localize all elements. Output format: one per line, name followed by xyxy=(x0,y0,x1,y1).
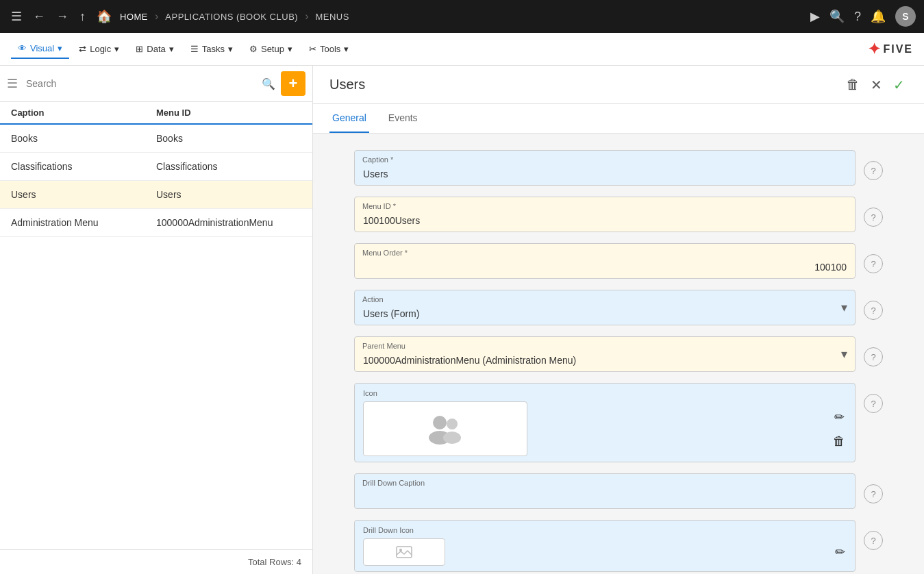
notification-icon[interactable]: 🔔 xyxy=(871,9,886,24)
action-row: Action Users (Form) ▾ ? xyxy=(354,290,883,325)
menuorder-help-icon[interactable]: ? xyxy=(864,254,883,273)
menuorder-input[interactable] xyxy=(354,243,856,279)
save-button[interactable]: ✓ xyxy=(890,74,908,96)
action-help-icon[interactable]: ? xyxy=(864,301,883,320)
tasks-dropdown-icon: ▾ xyxy=(228,44,233,54)
drilldown-icon-help-icon[interactable]: ? xyxy=(864,531,883,550)
close-button[interactable]: ✕ xyxy=(868,74,885,96)
toolbar-tasks-label: Tasks xyxy=(202,44,225,54)
detail-actions: 🗑 ✕ ✓ xyxy=(843,74,908,96)
toolbar-logic-label: Logic xyxy=(90,44,111,54)
search-magnifier-icon[interactable]: 🔍 xyxy=(262,77,275,90)
toolbar-visual[interactable]: 👁 Visual ▾ xyxy=(11,39,69,59)
caption-help-icon[interactable]: ? xyxy=(864,161,883,180)
tab-general[interactable]: General xyxy=(329,104,369,133)
avatar[interactable]: S xyxy=(895,6,916,27)
tools-icon: ✂ xyxy=(309,44,316,54)
users-icon-svg xyxy=(425,412,466,446)
breadcrumb-sep-2: › xyxy=(305,10,308,23)
breadcrumb-sep-1: › xyxy=(155,10,158,23)
help-icon[interactable]: ? xyxy=(854,10,861,24)
detail-header: Users 🗑 ✕ ✓ xyxy=(313,66,924,104)
sidebar-table: Caption Menu ID Books Books Classificati… xyxy=(0,102,312,549)
parentmenu-field: Parent Menu 100000AdministrationMenu (Ad… xyxy=(354,336,856,372)
toolbar-tools[interactable]: ✂ Tools ▾ xyxy=(302,40,355,58)
detail-tabs: General Events xyxy=(313,104,924,134)
drilldown-icon-row: Drill Down Icon ✏ xyxy=(354,520,883,572)
back-icon[interactable]: ← xyxy=(30,7,48,27)
table-row[interactable]: Administration Menu 100000Administration… xyxy=(0,209,312,237)
icon-edit-button[interactable]: ✏ xyxy=(832,408,847,426)
icon-help-icon[interactable]: ? xyxy=(864,394,883,413)
tab-events[interactable]: Events xyxy=(386,104,421,133)
logic-icon: ⇄ xyxy=(79,44,86,54)
drilldown-icon-edit-button[interactable]: ✏ xyxy=(834,543,847,561)
breadcrumb-menus[interactable]: MENUS xyxy=(315,12,349,22)
five-logo: ✦ FIVE xyxy=(868,40,913,58)
table-header: Caption Menu ID xyxy=(0,102,312,125)
toolbar-logic[interactable]: ⇄ Logic ▾ xyxy=(72,40,126,58)
drilldown-caption-field: Drill Down Caption xyxy=(354,473,856,509)
caption-row: Caption * ? xyxy=(354,150,883,186)
row-menuid: Users xyxy=(156,189,301,200)
total-rows-label: Total Rows: 4 xyxy=(248,557,301,567)
toolbar-setup[interactable]: ⚙ Setup ▾ xyxy=(242,40,299,58)
detail-form: Caption * ? Menu ID * ? Menu Order * xyxy=(313,134,924,574)
main-content: ☰ 🔍 + Caption Menu ID Books Books Classi… xyxy=(0,66,924,574)
menuorder-row: Menu Order * ? xyxy=(354,243,883,279)
drilldown-icon-preview xyxy=(363,538,445,566)
table-row-selected[interactable]: Users Users xyxy=(0,181,312,209)
drilldown-caption-input[interactable] xyxy=(354,473,856,509)
icon-row: Icon ✏ 🗑 xyxy=(354,383,883,462)
play-icon[interactable]: ▶ xyxy=(810,9,820,24)
home-icon[interactable]: 🏠 xyxy=(94,6,114,27)
toolbar-tasks[interactable]: ☰ Tasks ▾ xyxy=(184,40,240,58)
svg-point-2 xyxy=(447,419,458,429)
breadcrumb-home[interactable]: HOME xyxy=(120,12,148,22)
table-row[interactable]: Books Books xyxy=(0,125,312,153)
icon-delete-button[interactable]: 🗑 xyxy=(832,433,847,450)
drilldown-caption-row: Drill Down Caption ? xyxy=(354,473,883,509)
row-menuid: Books xyxy=(156,133,301,144)
parentmenu-select[interactable]: 100000AdministrationMenu (Administration… xyxy=(354,336,856,372)
svg-point-3 xyxy=(443,432,461,444)
menuorder-field: Menu Order * xyxy=(354,243,856,279)
action-select[interactable]: Users (Form) xyxy=(354,290,856,325)
menu-icon[interactable]: ☰ xyxy=(8,6,25,27)
logic-dropdown-icon: ▾ xyxy=(114,44,119,54)
col-header-menuid: Menu ID xyxy=(156,108,301,118)
toolbar-setup-label: Setup xyxy=(261,44,284,54)
sidebar: ☰ 🔍 + Caption Menu ID Books Books Classi… xyxy=(0,66,313,574)
menuid-input[interactable] xyxy=(354,197,856,232)
search-input[interactable] xyxy=(26,78,256,89)
parentmenu-help-icon[interactable]: ? xyxy=(864,347,883,366)
breadcrumb-applications[interactable]: APPLICATIONS (BOOK CLUB) xyxy=(165,12,298,22)
caption-input[interactable] xyxy=(354,150,856,186)
add-button[interactable]: + xyxy=(281,71,305,96)
toolbar-data[interactable]: ⊞ Data ▾ xyxy=(129,40,180,58)
col-header-caption: Caption xyxy=(11,108,156,118)
delete-button[interactable]: 🗑 xyxy=(843,74,862,95)
five-logo-text: FIVE xyxy=(883,43,913,55)
row-caption: Users xyxy=(11,189,156,200)
drilldown-icon-label: Drill Down Icon xyxy=(363,526,847,534)
drilldown-caption-help-icon[interactable]: ? xyxy=(864,484,883,503)
table-row[interactable]: Classifications Classifications xyxy=(0,153,312,181)
five-logo-icon: ✦ xyxy=(868,40,880,58)
icon-action-buttons: ✏ 🗑 xyxy=(832,408,847,450)
image-placeholder-icon xyxy=(396,546,412,558)
search-icon[interactable]: 🔍 xyxy=(829,9,845,24)
tools-dropdown-icon: ▾ xyxy=(344,44,349,54)
up-icon[interactable]: ↑ xyxy=(77,7,88,27)
top-nav-right: ▶ 🔍 ? 🔔 S xyxy=(810,6,916,27)
forward-icon[interactable]: → xyxy=(53,7,71,27)
top-navigation: ☰ ← → ↑ 🏠 HOME › APPLICATIONS (BOOK CLUB… xyxy=(0,0,924,33)
filter-icon: ☰ xyxy=(7,76,18,91)
tasks-icon: ☰ xyxy=(190,44,199,54)
menuid-help-icon[interactable]: ? xyxy=(864,208,883,227)
detail-title: Users xyxy=(329,77,365,92)
sidebar-footer: Total Rows: 4 xyxy=(0,549,312,574)
toolbar-tools-label: Tools xyxy=(320,44,340,54)
icon-label: Icon xyxy=(363,389,847,397)
row-caption: Administration Menu xyxy=(11,217,156,228)
